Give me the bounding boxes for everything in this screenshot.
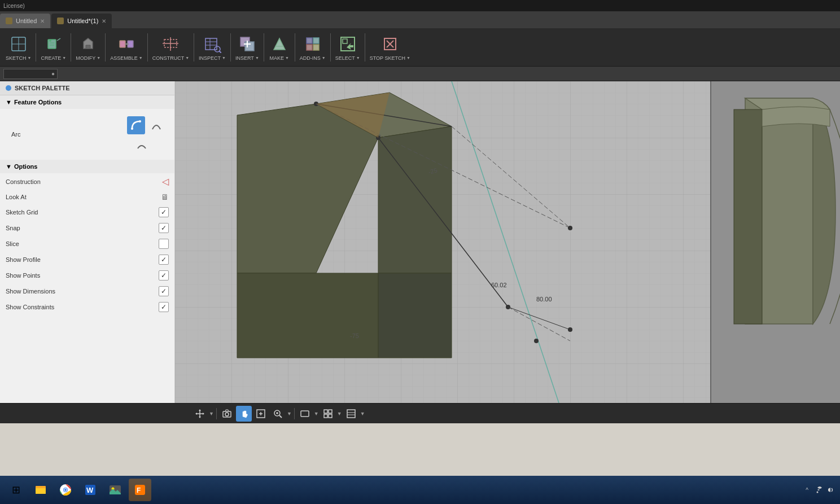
svg-point-35 [131, 128, 133, 130]
feature-options-header[interactable]: ▼ Feature Options [0, 95, 174, 109]
construction-icon: ◁ [162, 176, 169, 187]
toolbar-addins[interactable]: ADD-INS ▼ [296, 32, 329, 63]
addins-label: ADD-INS ▼ [300, 55, 326, 61]
slice-checkbox[interactable] [159, 239, 169, 249]
toolbar-modify[interactable]: MODIFY ▼ [72, 32, 104, 63]
toolbar-insert[interactable]: INSERT ▼ [232, 32, 262, 63]
svg-text:W: W [86, 486, 94, 494]
assemble-label: ASSEMBLE ▼ [110, 55, 142, 61]
snap-checkbox[interactable] [159, 223, 169, 233]
zoom-btn[interactable] [270, 406, 286, 422]
show-profile-checkbox[interactable] [159, 255, 169, 265]
sep-7 [264, 33, 264, 62]
sep-1 [36, 33, 36, 62]
show-constraints-checkbox[interactable] [159, 302, 169, 312]
title-bar: License) [0, 0, 840, 11]
camera-btn[interactable] [219, 406, 235, 422]
svg-point-36 [139, 120, 141, 122]
svg-point-54 [568, 226, 572, 230]
construction-row: Construction ◁ [0, 173, 174, 190]
tab-close-2[interactable]: ✕ [102, 18, 106, 24]
modify-label: MODIFY ▼ [76, 55, 100, 61]
svg-rect-27 [313, 38, 319, 43]
svg-marker-68 [199, 409, 201, 411]
create-icon [43, 34, 64, 54]
arc-button-2[interactable] [150, 119, 163, 132]
taskbar-explorer[interactable] [29, 479, 52, 501]
toolbar-construct[interactable]: CONSTRUCT ▼ [149, 32, 193, 63]
options-arrow: ▼ [6, 163, 12, 170]
show-points-row: Show Points [0, 268, 174, 283]
bottom-sep-2 [294, 408, 295, 419]
network-icon [813, 485, 822, 494]
toolbar-create[interactable]: CREATE ▼ [37, 32, 69, 63]
display-btn[interactable] [297, 406, 313, 422]
zoom-fit-btn[interactable] [253, 406, 269, 422]
bottom-sep-1 [216, 408, 217, 419]
taskbar-fusion[interactable]: F [129, 479, 151, 501]
sketch-palette-header: SKETCH PALETTE [0, 81, 174, 95]
tab-close-1[interactable]: ✕ [40, 18, 45, 24]
look-at-label: Look At [6, 194, 27, 200]
insert-icon [237, 34, 257, 54]
show-dimensions-label: Show Dimensions [6, 288, 55, 295]
tab-untitled[interactable]: Untitled ✕ [0, 14, 50, 28]
grid-btn-2[interactable] [343, 406, 359, 422]
svg-point-5 [49, 40, 51, 42]
hand-btn[interactable] [236, 406, 252, 422]
toolbar-stopsketch[interactable]: STOP SKETCH ▼ [366, 32, 414, 63]
construction-control: ◁ [162, 176, 169, 187]
svg-point-73 [225, 413, 229, 416]
svg-line-4 [57, 38, 60, 41]
modify-icon [78, 34, 98, 54]
search-input[interactable] [6, 71, 51, 77]
options-header[interactable]: ▼ Options [0, 160, 174, 173]
svg-rect-28 [307, 45, 312, 50]
snap-row: Snap [0, 220, 174, 236]
options-label: Options [14, 163, 38, 170]
inspect-label: INSPECT ▼ [199, 55, 226, 61]
toolbar-sketch[interactable]: SKETCH ▼ [2, 32, 34, 63]
svg-line-20 [219, 51, 221, 53]
taskbar-photos[interactable] [104, 479, 126, 501]
toolbar-assemble[interactable]: ASSEMBLE ▼ [107, 32, 146, 63]
tab-label-2: Untitled*(1) [67, 17, 98, 24]
toolbar-select[interactable]: SELECT ▼ [332, 32, 364, 63]
slice-label: Slice [6, 240, 19, 247]
start-button[interactable]: ⊞ [5, 479, 27, 501]
assemble-icon [116, 34, 137, 54]
canvas-area[interactable]: 60.02 80.00 -25 -75 [175, 81, 840, 403]
svg-marker-71 [203, 413, 204, 415]
move-tool-btn[interactable] [192, 406, 208, 422]
arc-button-1[interactable] [127, 116, 145, 134]
sep-4 [147, 33, 148, 62]
svg-rect-22 [245, 42, 254, 51]
sketch-icon [8, 34, 29, 54]
sep-6 [230, 33, 231, 62]
sketch-palette-panel: SKETCH PALETTE ▼ Feature Options Arc [0, 81, 175, 403]
taskbar-word[interactable]: W [79, 479, 102, 501]
svg-rect-29 [313, 45, 319, 50]
inspect-icon [202, 34, 222, 54]
grid-btn-1[interactable] [320, 406, 336, 422]
title-text: License) [3, 3, 25, 9]
look-at-control: 🖥 [161, 192, 169, 201]
tab-untitled-1[interactable]: Untitled*(1) ✕ [51, 14, 112, 28]
toolbar-inspect[interactable]: INSPECT ▼ [195, 32, 229, 63]
sketch-grid-checkbox[interactable] [159, 207, 169, 217]
show-points-checkbox[interactable] [159, 270, 169, 281]
addins-icon [303, 34, 323, 54]
svg-rect-26 [307, 38, 312, 43]
main-viewport[interactable]: 60.02 80.00 -25 -75 [175, 81, 710, 403]
show-dimensions-checkbox[interactable] [159, 286, 169, 296]
tray-chevron[interactable]: ^ [806, 487, 808, 493]
svg-rect-83 [329, 410, 332, 413]
svg-marker-45 [378, 273, 452, 358]
taskbar-chrome[interactable] [54, 479, 77, 501]
sketch-palette-title: SKETCH PALETTE [15, 85, 70, 91]
slice-row: Slice [0, 236, 174, 252]
toolbar-make[interactable]: MAKE ▼ [265, 32, 294, 63]
svg-rect-81 [301, 411, 309, 417]
show-profile-label: Show Profile [6, 256, 41, 263]
arc-button-3[interactable] [135, 139, 148, 152]
